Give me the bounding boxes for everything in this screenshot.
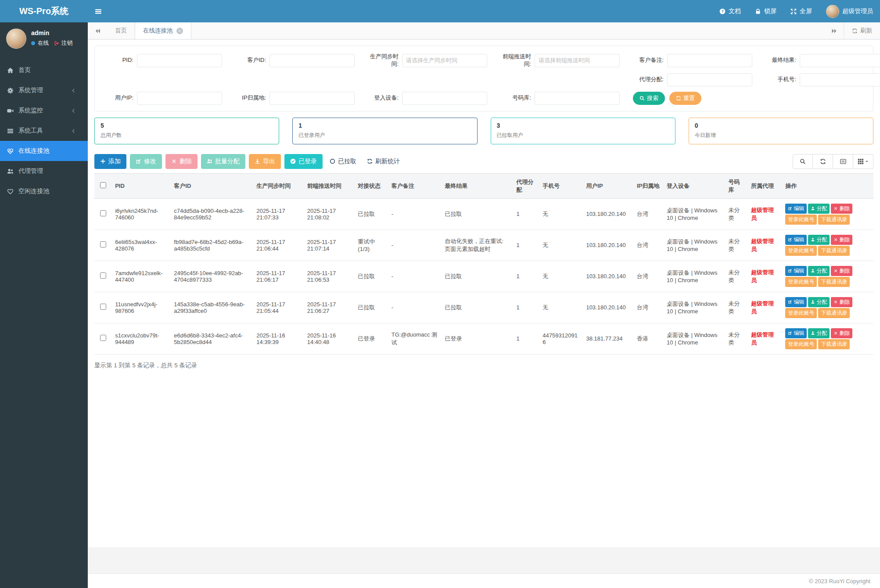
sidebar-item-idle-pool[interactable]: 空闲连接池 <box>0 181 88 201</box>
table-columns-button[interactable] <box>853 154 873 169</box>
add-button[interactable]: 添加 <box>94 154 126 169</box>
export-button[interactable]: 导出 <box>249 154 281 169</box>
tabs-scroll-left-button[interactable] <box>88 22 107 39</box>
table-card-view-button[interactable] <box>833 154 853 169</box>
tab-close-icon[interactable]: × <box>176 28 183 34</box>
delete-button[interactable]: 删除 <box>165 154 198 169</box>
row-edit-button[interactable]: 编辑 <box>785 297 807 307</box>
row-assign-button[interactable]: 分配 <box>808 297 830 307</box>
user-role-label: 超级管理员 <box>842 7 873 15</box>
row-download-contacts-button[interactable]: 下载通讯录 <box>818 277 850 287</box>
navbar-actions: 文档 锁屏 全屏 超级管理员 <box>712 0 880 22</box>
sidebar-item-system-tools[interactable]: 系统工具 <box>0 121 88 141</box>
row-login-account-button[interactable]: 登录此账号 <box>785 308 817 318</box>
nav-lock-screen-link[interactable]: 锁屏 <box>748 0 783 22</box>
sidebar-item-online-pool[interactable]: 在线连接池 <box>0 141 88 161</box>
ip-location-input[interactable] <box>269 92 355 105</box>
sidebar-user-panel: admin 在线 注销 <box>0 22 88 56</box>
row-login-account-button[interactable]: 登录此账号 <box>785 246 817 256</box>
online-status-label: 在线 <box>38 39 49 47</box>
nav-docs-link[interactable]: 文档 <box>712 0 748 22</box>
search-button[interactable]: 搜索 <box>633 92 665 105</box>
sidebar-item-agent-management[interactable]: 代理管理 <box>0 161 88 181</box>
row-download-contacts-button[interactable]: 下载通讯录 <box>818 215 850 225</box>
times-icon <box>833 331 838 335</box>
tab-online-pool[interactable]: 在线连接池 × <box>135 22 191 39</box>
row-delete-button[interactable]: 删除 <box>831 266 852 276</box>
row-login-account-button[interactable]: 登录此账号 <box>785 277 817 287</box>
reset-button[interactable]: 重置 <box>669 92 701 105</box>
ip-location-label: IP归属地: <box>232 94 269 102</box>
lock-icon <box>755 8 761 14</box>
stat-card-new-today: 0 今日新增 <box>689 118 873 144</box>
assign-input[interactable] <box>667 73 752 86</box>
row-assign-button[interactable]: 分配 <box>808 235 830 245</box>
pid-input[interactable] <box>137 54 222 67</box>
times-icon <box>171 158 177 164</box>
row-checkbox[interactable] <box>100 335 106 341</box>
row-assign-button[interactable]: 分配 <box>808 266 830 276</box>
table-toolbar: 添加 修改 删除 批量分配 导出 <box>94 154 873 169</box>
row-checkbox[interactable] <box>100 210 106 216</box>
pulled-filter-button[interactable]: 已拉取 <box>326 154 360 169</box>
sidebar-item-system-monitor[interactable]: 系统监控 <box>0 100 88 121</box>
nav-fullscreen-link[interactable]: 全屏 <box>783 0 819 22</box>
row-assign-button[interactable]: 分配 <box>808 204 830 214</box>
modify-button[interactable]: 修改 <box>130 154 162 169</box>
search-panel: PID: 客户ID: 生产同步时间: 前端推送时间: 客户备注: 最终结果: 代… <box>94 46 873 111</box>
row-edit-button[interactable]: 编辑 <box>785 266 807 276</box>
client-id-label: 客户ID: <box>232 57 269 64</box>
client-id-input[interactable] <box>269 54 355 67</box>
logged-in-filter-button[interactable]: 已登录 <box>284 154 323 169</box>
table-refresh-button[interactable] <box>813 154 833 169</box>
users-icon <box>7 168 14 175</box>
tab-home[interactable]: 首页 <box>107 22 135 39</box>
row-download-contacts-button[interactable]: 下载通讯录 <box>818 246 850 256</box>
tab-refresh-button[interactable]: 刷新 <box>844 22 880 39</box>
row-checkbox[interactable] <box>100 241 106 247</box>
row-download-contacts-button[interactable]: 下载通讯录 <box>818 308 850 318</box>
row-edit-button[interactable]: 编辑 <box>785 235 807 245</box>
double-right-icon <box>831 28 837 34</box>
row-delete-button[interactable]: 删除 <box>831 297 852 307</box>
heartbeat-icon <box>7 148 14 154</box>
select-all-checkbox[interactable] <box>100 182 106 188</box>
row-edit-button[interactable]: 编辑 <box>785 204 807 214</box>
logout-link[interactable]: 注销 <box>61 39 72 47</box>
sync-time-input[interactable] <box>402 54 487 67</box>
row-checkbox[interactable] <box>100 304 106 310</box>
sidebar-item-system-management[interactable]: 系统管理 <box>0 80 88 100</box>
search-icon <box>639 96 645 101</box>
batch-assign-button[interactable]: 批量分配 <box>201 154 245 169</box>
row-login-account-button[interactable]: 登录此账号 <box>785 339 817 349</box>
result-input[interactable] <box>800 54 880 67</box>
sidebar-item-home[interactable]: 首页 <box>0 60 88 80</box>
records-table: PID 客户ID 生产同步时间 前端推送时间 对接状态 客户备注 最终结果 代理… <box>94 173 873 355</box>
row-delete-button[interactable]: 删除 <box>831 204 852 214</box>
chevron-left-icon <box>71 108 76 113</box>
sidebar-toggle-button[interactable] <box>88 0 109 22</box>
row-download-contacts-button[interactable]: 下载通讯录 <box>818 339 850 349</box>
row-delete-button[interactable]: 删除 <box>831 328 852 338</box>
row-delete-button[interactable]: 删除 <box>831 235 852 245</box>
copyright-footer: © 2023 RuoYi Copyright <box>88 574 880 588</box>
user-ip-input[interactable] <box>137 92 222 105</box>
refresh-stats-button[interactable]: 刷新统计 <box>363 154 403 169</box>
tabs-scroll-right-button[interactable] <box>824 22 844 39</box>
note-input[interactable] <box>667 54 752 67</box>
push-time-input[interactable] <box>535 54 620 67</box>
user-icon <box>811 206 815 211</box>
table-search-toggle-button[interactable] <box>793 154 813 169</box>
tab-bar: 首页 在线连接池 × 刷新 <box>88 22 880 39</box>
row-assign-button[interactable]: 分配 <box>808 328 830 338</box>
library-input[interactable] <box>535 92 620 105</box>
device-input[interactable] <box>402 92 487 105</box>
row-edit-button[interactable]: 编辑 <box>785 328 807 338</box>
times-icon <box>833 300 838 304</box>
row-checkbox[interactable] <box>100 272 106 279</box>
row-login-account-button[interactable]: 登录此账号 <box>785 215 817 225</box>
sidebar-menu: 首页 系统管理 系统监控 系统工具 在线连接池 代理管理 空闲连接池 <box>0 60 88 201</box>
nav-user-menu[interactable]: 超级管理员 <box>819 0 880 22</box>
chevron-left-icon <box>71 88 76 93</box>
phone-input[interactable] <box>800 73 880 86</box>
